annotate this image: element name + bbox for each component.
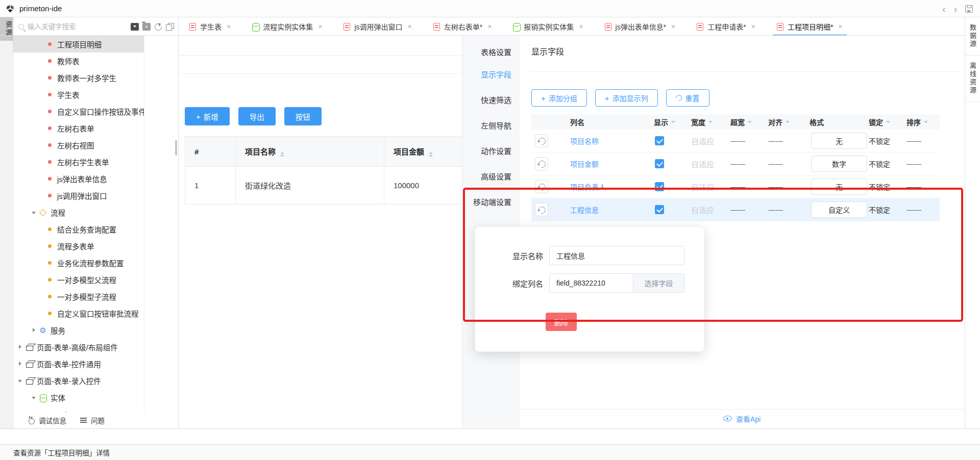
close-tab-icon[interactable]: ×: [671, 22, 675, 31]
width-value[interactable]: 自适应: [691, 159, 730, 169]
history-forward-icon[interactable]: ›: [954, 4, 957, 14]
bottom-tool[interactable]: 调试信息: [28, 415, 66, 425]
view-api-link[interactable]: 查看Api: [736, 414, 761, 424]
field-row[interactable]: 项目名称 自适应 —— —— 无 不锁定 ——: [531, 130, 940, 152]
reset-button[interactable]: 重置: [666, 89, 709, 107]
settings-menu-item[interactable]: 显示字段: [462, 62, 519, 88]
expand-arrow-icon[interactable]: [37, 124, 45, 133]
rail-tab[interactable]: 离线资源: [965, 56, 980, 102]
expand-arrow-icon[interactable]: [37, 225, 45, 234]
show-checkbox[interactable]: [655, 205, 664, 214]
tree-item[interactable]: 教师表一对多学生: [13, 69, 144, 86]
field-row[interactable]: 项目金额 自适应 —— —— 数字 不锁定 ——: [531, 152, 940, 175]
editor-tab[interactable]: 报销实例实体集 ×: [509, 17, 587, 36]
popup-field-input[interactable]: [549, 246, 684, 265]
tree-item[interactable]: 自定义窗口按钮审批流程: [13, 305, 144, 322]
tree-item[interactable]: 结合业务查询配置: [13, 221, 144, 238]
close-tab-icon[interactable]: ×: [227, 22, 231, 31]
editor-tab[interactable]: js弹出表单信息* ×: [601, 17, 680, 36]
expand-arrow-icon[interactable]: [37, 293, 45, 301]
sort-icon[interactable]: [429, 152, 433, 157]
editor-tab[interactable]: js调用弹出窗口 ×: [339, 17, 415, 36]
table-header-project-name[interactable]: 项目名称: [236, 137, 384, 167]
dropdown-caret-icon[interactable]: [671, 121, 675, 123]
width-value[interactable]: 自适应: [691, 205, 730, 215]
field-row[interactable]: 工程信息 自适应 —— —— 自定义 不锁定 ——: [531, 198, 940, 221]
tree-item[interactable]: 工程项目明细: [13, 36, 144, 53]
expand-arrow-icon[interactable]: [37, 310, 45, 318]
format-select[interactable]: 数字: [811, 156, 867, 172]
expand-arrow-icon[interactable]: [37, 192, 45, 200]
expand-arrow-icon[interactable]: [30, 394, 38, 402]
settings-menu-item[interactable]: 左侧导航: [462, 113, 519, 139]
settings-menu-item[interactable]: 移动端设置: [462, 190, 519, 215]
expand-arrow-icon[interactable]: [37, 40, 45, 48]
close-tab-icon[interactable]: ×: [318, 22, 322, 31]
tree-item[interactable]: 左树右视图: [13, 137, 144, 154]
tree-item[interactable]: 教师表: [13, 53, 144, 69]
export-button[interactable]: 导出: [238, 107, 276, 125]
settings-menu-item[interactable]: 动作设置: [462, 139, 519, 164]
field-name-link[interactable]: 项目金额: [552, 159, 654, 169]
rail-tab-resources[interactable]: 资源: [0, 17, 13, 41]
tree-item[interactable]: 页面-表单-控件通用: [13, 355, 144, 372]
tree-item[interactable]: js弹出表单信息: [13, 170, 144, 187]
dropdown-caret-icon[interactable]: [924, 121, 928, 123]
expand-arrow-icon[interactable]: [37, 74, 45, 82]
show-checkbox[interactable]: [655, 182, 664, 191]
popup-field-input[interactable]: [549, 273, 633, 293]
show-checkbox[interactable]: [655, 159, 664, 168]
tree-item[interactable]: 左树右学生表单: [13, 154, 144, 170]
search-input[interactable]: [28, 23, 131, 31]
dropdown-caret-icon[interactable]: [708, 121, 713, 123]
add-row-button[interactable]: 新增: [185, 107, 230, 125]
tree-item[interactable]: js调用弹出窗口: [13, 187, 144, 204]
choose-field-button[interactable]: 选择字段: [633, 273, 684, 293]
tree-item[interactable]: 服务: [13, 322, 144, 339]
format-select[interactable]: 无: [811, 178, 867, 195]
table-row[interactable]: 1 街道绿化改造 100000: [185, 167, 462, 205]
expand-arrow-icon[interactable]: [37, 158, 45, 166]
expand-arrow-icon[interactable]: [37, 141, 45, 149]
swap-field-icon[interactable]: [535, 134, 548, 147]
collapse-all-icon[interactable]: [166, 23, 174, 31]
editor-tab[interactable]: 流程实例实体集 ×: [248, 17, 326, 36]
expand-arrow-icon[interactable]: [37, 91, 45, 99]
sort-icon[interactable]: [280, 152, 284, 157]
tree-item[interactable]: 一对多模型子流程: [13, 288, 144, 305]
tree-item[interactable]: 自定义窗口操作按钮及事件: [13, 103, 144, 120]
expand-arrow-icon[interactable]: [37, 242, 45, 250]
swap-field-icon[interactable]: [535, 157, 548, 170]
close-tab-icon[interactable]: ×: [487, 22, 492, 31]
swap-field-icon[interactable]: [535, 203, 548, 216]
format-select[interactable]: 自定义: [811, 201, 867, 218]
tree-item[interactable]: 学生表: [13, 86, 144, 103]
editor-tab[interactable]: 左树右表单* ×: [429, 17, 496, 36]
editor-tab[interactable]: 学生表 ×: [185, 17, 235, 36]
editor-tab[interactable]: 工程项目明细* ×: [773, 17, 847, 36]
history-back-icon[interactable]: ‹: [942, 4, 945, 14]
tree-item[interactable]: 流程多表单: [13, 238, 144, 254]
tree-item[interactable]: 页面-表单-高级/布局组件: [13, 339, 144, 355]
custom-button[interactable]: 按钮: [284, 107, 322, 125]
width-value[interactable]: 自适应: [691, 182, 730, 192]
rail-tab[interactable]: 数据源: [965, 17, 980, 56]
bottom-tool[interactable]: 问题: [80, 415, 105, 425]
dropdown-caret-icon[interactable]: [748, 121, 752, 123]
dropdown-caret-icon[interactable]: [786, 121, 790, 123]
tree-item[interactable]: 流程: [13, 204, 144, 221]
close-tab-icon[interactable]: ×: [751, 22, 755, 31]
expand-arrow-icon[interactable]: [16, 343, 24, 351]
tree-item[interactable]: 实体: [13, 389, 144, 406]
show-checkbox[interactable]: [655, 136, 664, 145]
refresh-icon[interactable]: [154, 23, 162, 31]
settings-menu-item[interactable]: 快速筛选: [462, 88, 519, 113]
swap-field-icon[interactable]: [535, 180, 548, 193]
expand-arrow-icon[interactable]: [16, 377, 24, 385]
sidebar-scrollbar[interactable]: [175, 140, 177, 156]
expand-arrow-icon[interactable]: [30, 326, 38, 335]
width-value[interactable]: 自适应: [691, 136, 730, 146]
settings-menu-item[interactable]: 高级设置: [462, 164, 519, 190]
close-tab-icon[interactable]: ×: [579, 22, 583, 31]
expand-arrow-icon[interactable]: [30, 209, 38, 217]
